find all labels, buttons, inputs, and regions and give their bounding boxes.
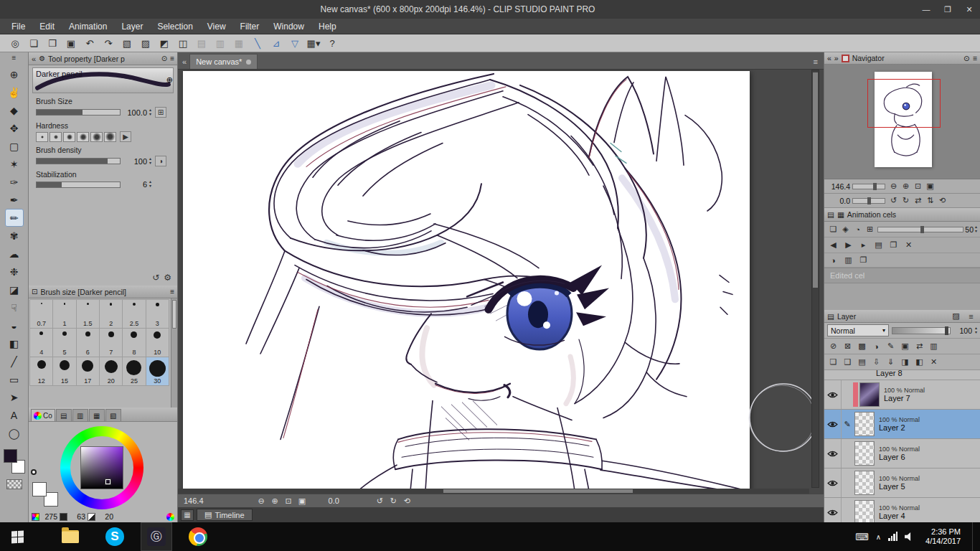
layer-row-layer-5[interactable]: 100 % NormalLayer 5 (824, 468, 980, 498)
minimize-button[interactable]: — (915, 0, 937, 19)
canvas-viewport[interactable] (178, 70, 824, 494)
approximate-color-tab[interactable]: ▧ (105, 409, 121, 421)
layer-opacity-value[interactable]: 100 (953, 326, 972, 335)
saturation-value[interactable]: 63 (70, 512, 85, 521)
pen-tool[interactable]: ✒ (5, 191, 24, 209)
menu-item-filter[interactable]: Filter (233, 20, 267, 33)
panel-pin-icon[interactable]: ⊙ (161, 55, 167, 62)
tab-close-icon[interactable] (246, 60, 251, 65)
anim-export-icon[interactable]: ❐ (857, 255, 870, 266)
rotate-right-icon[interactable]: ↻ (387, 496, 400, 507)
snap-to-ruler-icon[interactable]: ╲ (250, 36, 265, 50)
taskbar-clip-studio-paint[interactable]: Ⓖ (141, 522, 172, 551)
menu-item-help[interactable]: Help (311, 20, 344, 33)
nav-fit-icon[interactable]: ⊡ (912, 181, 924, 192)
merge-with-lower-layer-icon[interactable]: ⇓ (885, 357, 897, 368)
panel-menu-icon[interactable]: ≡ (170, 55, 174, 62)
snap-to-grid-icon[interactable]: ▽ (287, 36, 303, 50)
taskbar-clock[interactable]: 2:36 PM 4/14/2017 (921, 527, 965, 546)
anim-light-table-icon[interactable]: ⊞ (864, 224, 876, 235)
new-canvas-icon[interactable]: ❏ (26, 36, 42, 50)
brush-size-option-8[interactable]: 8 (122, 328, 146, 357)
anim-play-icon[interactable]: ▸ (857, 240, 870, 251)
apply-mask-icon[interactable]: ◧ (913, 357, 925, 368)
layer-color-icon[interactable]: ▣ (899, 341, 911, 352)
layer-visibility-toggle[interactable] (824, 439, 842, 468)
anim-delete-icon[interactable]: ✕ (903, 240, 915, 251)
layer-thumbnail[interactable] (854, 500, 875, 522)
fit-to-screen-icon[interactable]: ⊡ (283, 496, 295, 507)
frame-border-tool[interactable]: ▭ (5, 370, 24, 388)
selection-border-icon[interactable]: ◫ (175, 36, 191, 50)
zoom-in-icon[interactable]: ⊕ (269, 496, 281, 507)
tab-bar-collapse-icon[interactable]: « (178, 57, 189, 69)
layer-panel-collapse-icon[interactable]: ▤ (827, 312, 834, 321)
hand-tool[interactable]: ✌ (5, 83, 24, 101)
layer-visibility-toggle[interactable] (824, 380, 842, 409)
brush-size-option-12[interactable]: 12 (29, 357, 53, 386)
open-file-icon[interactable]: ❒ (44, 36, 60, 50)
layer-visibility-toggle[interactable] (824, 410, 842, 438)
menu-item-edit[interactable]: Edit (32, 20, 62, 33)
zoom-tool[interactable]: ⊕ (5, 65, 24, 83)
color-set-toggle-icon[interactable] (166, 513, 174, 521)
lock-transparent-pixels-icon[interactable]: ▩ (856, 341, 868, 352)
brush-density-source-icon[interactable]: ◑ (155, 156, 166, 166)
brush-size-option-30[interactable]: 30 (146, 357, 169, 386)
layer-visibility-toggle[interactable] (824, 498, 842, 522)
auto-select-tool[interactable]: ✶ (5, 155, 24, 173)
tool-palette-menu-icon[interactable]: ≡ (12, 54, 17, 65)
hardness-option-1[interactable] (36, 132, 48, 142)
maximize-button[interactable]: ❐ (937, 0, 958, 19)
delete-layer-icon[interactable]: ✕ (928, 357, 940, 368)
color-panel-main-swatch[interactable] (32, 482, 47, 496)
brush-size-option-6[interactable]: 6 (76, 328, 100, 357)
vertical-scrollbar[interactable] (811, 70, 819, 488)
reset-rotation-icon[interactable]: ⟲ (401, 496, 413, 507)
layer-thumbnail[interactable] (854, 412, 875, 436)
layer-thumbnail[interactable] (859, 382, 880, 407)
brush-density-spinner[interactable]: ▴▾ (149, 157, 151, 166)
brush-size-option-1.5[interactable]: 1.5 (76, 299, 100, 329)
brush-size-slider[interactable] (36, 109, 121, 116)
two-pane-view-icon[interactable]: ⇄ (913, 341, 925, 352)
anim-prev-cel-icon[interactable]: ◀ (827, 240, 839, 251)
menu-item-window[interactable]: Window (266, 20, 311, 33)
nav-reset-icon[interactable]: ⟲ (936, 195, 948, 207)
subtool-detail-icon[interactable]: ⊕ (166, 75, 173, 85)
ruler-range-icon[interactable]: ▥ (928, 341, 940, 352)
help-icon[interactable]: ? (324, 36, 340, 50)
intermediate-color-tab[interactable]: ▦ (89, 409, 105, 421)
set-as-draft-icon[interactable]: ✎ (885, 341, 897, 352)
register-settings-icon[interactable]: ⚙ (164, 273, 171, 283)
anim-onion-prev-icon[interactable]: ◑ (827, 255, 839, 266)
stabilization-spinner[interactable]: ▴▾ (149, 180, 151, 189)
layer-search-icon[interactable]: ▨ (950, 311, 962, 322)
airbrush-tool[interactable]: ☁ (5, 245, 24, 263)
tab-list-icon[interactable]: ≡ (814, 57, 824, 69)
selection-tool[interactable]: ▢ (5, 137, 24, 155)
horizontal-scrollbar[interactable] (178, 489, 809, 494)
layer-row-layer-2[interactable]: ✎100 % NormalLayer 2 (824, 410, 980, 439)
brush-size-value[interactable]: 100.0 (123, 108, 147, 117)
layer-row-layer-4[interactable]: 100 % NormalLayer 4 (824, 498, 980, 522)
nav-zoom-in-icon[interactable]: ⊕ (900, 181, 912, 192)
timeline-tab[interactable]: ▤ Timeline (197, 509, 253, 521)
object-tool[interactable]: ➤ (5, 388, 24, 406)
saturation-value-box[interactable] (80, 446, 123, 489)
color-wheel-tab[interactable]: Co (31, 409, 55, 421)
new-vector-layer-icon[interactable]: ❑ (842, 357, 854, 368)
brush-size-option-25[interactable]: 25 (122, 357, 146, 386)
stabilization-value[interactable]: 6 (123, 180, 147, 189)
brush-size-option-5[interactable]: 5 (52, 328, 76, 357)
save-file-icon[interactable]: ▣ (63, 36, 79, 50)
nav-rotate-right-icon[interactable]: ↻ (900, 195, 912, 207)
menu-item-selection[interactable]: Selection (150, 20, 199, 33)
subtool-stroke-preview[interactable]: Darker pencil ⊕ (32, 67, 174, 93)
brush-size-spinner[interactable]: ▴▾ (149, 108, 151, 117)
brush-tool[interactable]: ✾ (5, 227, 24, 245)
layer-opacity-spinner[interactable]: ▴▾ (975, 326, 977, 335)
close-button[interactable]: ✕ (958, 0, 980, 19)
move-layer-tool[interactable]: ✥ (5, 119, 24, 137)
brush-density-value[interactable]: 100 (123, 157, 147, 166)
